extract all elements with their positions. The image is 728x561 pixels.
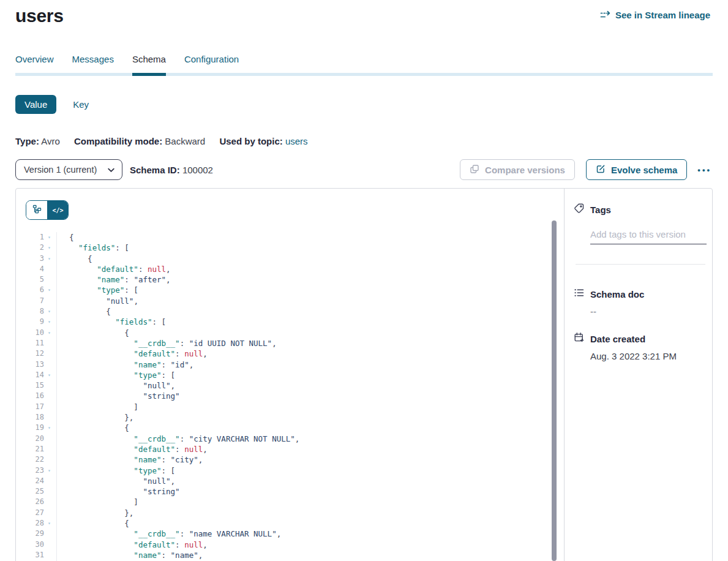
value-toggle-button[interactable]: Value <box>15 95 56 114</box>
code-text: "type": [ <box>56 285 138 295</box>
code-text: { <box>56 232 74 243</box>
code-text: "fields": [ <box>56 243 129 253</box>
stream-lineage-label: See in Stream lineage <box>615 10 710 20</box>
line-number: 4 <box>26 264 44 274</box>
fold-spacer <box>44 497 54 507</box>
fold-spacer <box>44 296 54 306</box>
code-line: 28▾ { <box>26 518 564 529</box>
code-text: "__crdb__": "name VARCHAR NULL", <box>56 529 281 539</box>
schema-id-value: 100002 <box>182 165 213 175</box>
code-line: 10▾ { <box>26 328 564 338</box>
fold-toggle-icon[interactable]: ▾ <box>44 328 54 338</box>
code-line: 27 }, <box>26 508 564 518</box>
fold-toggle-icon[interactable]: ▾ <box>44 285 54 295</box>
fold-spacer <box>44 360 54 370</box>
fold-toggle-icon[interactable]: ▾ <box>44 423 54 433</box>
schema-sidebar: Tags Schema doc -- <box>564 189 716 561</box>
fold-toggle-icon[interactable]: ▾ <box>44 465 54 476</box>
list-icon <box>574 287 585 301</box>
fold-toggle-icon[interactable]: ▾ <box>44 254 54 264</box>
tab-messages[interactable]: Messages <box>72 54 114 64</box>
code-scrollbar-thumb[interactable] <box>552 220 557 561</box>
fold-spacer <box>44 486 54 497</box>
fold-spacer <box>44 412 54 423</box>
meta-type-value: Avro <box>41 136 60 146</box>
tree-view-button[interactable] <box>26 201 47 219</box>
line-number: 3 <box>26 254 44 264</box>
meta-compat-value: Backward <box>165 136 205 146</box>
line-number: 12 <box>26 348 44 359</box>
code-text: "default": null, <box>56 264 171 274</box>
line-number: 17 <box>26 402 44 412</box>
code-text: ] <box>56 497 138 507</box>
code-lines[interactable]: 1▾{2▾ "fields": [3▾ {4 "default": null,5… <box>26 232 564 561</box>
code-line: 30 "default": null, <box>26 540 564 550</box>
code-line: 24 "null", <box>26 476 564 486</box>
line-number: 5 <box>26 274 44 285</box>
code-line: 19▾ { <box>26 423 564 433</box>
line-number: 26 <box>26 497 44 507</box>
schema-doc-heading: Schema doc <box>590 289 644 299</box>
tab-underline-track <box>15 73 713 76</box>
key-toggle-link[interactable]: Key <box>73 99 89 110</box>
used-by-topic-link[interactable]: users <box>285 136 308 146</box>
compare-versions-label: Compare versions <box>485 165 565 175</box>
meta-type: Type: Avro <box>15 136 60 146</box>
code-line: 21 "default": null, <box>26 444 564 454</box>
tags-section: Tags <box>574 203 707 244</box>
evolve-schema-label: Evolve schema <box>611 165 677 175</box>
tab-overview[interactable]: Overview <box>15 54 54 64</box>
schema-id: Schema ID: 100002 <box>130 165 213 175</box>
add-tags-input[interactable] <box>590 229 707 244</box>
stream-lineage-link[interactable]: See in Stream lineage <box>600 10 710 20</box>
tab-schema[interactable]: Schema <box>132 54 166 64</box>
code-text: "fields": [ <box>56 317 166 327</box>
version-select[interactable]: Version 1 (current) <box>15 159 122 180</box>
schema-doc-section: Schema doc -- <box>574 287 707 317</box>
code-line: 18 }, <box>26 412 564 423</box>
fold-toggle-icon[interactable]: ▾ <box>44 243 54 253</box>
schema-code-column: </> 1▾{2▾ "fields": [3▾ {4 "default": nu… <box>16 189 564 561</box>
code-line: 9▾ "fields": [ <box>26 317 564 327</box>
tab-configuration[interactable]: Configuration <box>184 54 239 64</box>
fold-toggle-icon[interactable]: ▾ <box>44 232 54 243</box>
fold-spacer <box>44 274 54 285</box>
code-text: "string" <box>56 486 180 497</box>
code-text: }, <box>56 412 133 423</box>
line-number: 2 <box>26 243 44 253</box>
fold-toggle-icon[interactable]: ▾ <box>44 306 54 317</box>
line-number: 11 <box>26 338 44 348</box>
code-line: 23▾ "type": [ <box>26 465 564 476</box>
line-number: 18 <box>26 412 44 423</box>
code-line: 3▾ { <box>26 254 564 264</box>
code-line: 29 "__crdb__": "name VARCHAR NULL", <box>26 529 564 539</box>
code-line: 8▾ { <box>26 306 564 317</box>
calendar-plus-icon <box>574 332 585 345</box>
code-text: "name": "after", <box>56 274 171 285</box>
line-number: 7 <box>26 296 44 306</box>
compare-versions-button[interactable]: Compare versions <box>460 159 575 180</box>
code-view-button[interactable]: </> <box>47 201 68 219</box>
tag-icon <box>574 203 585 216</box>
sidebar-divider <box>576 264 705 265</box>
tree-view-icon <box>32 205 42 216</box>
fold-toggle-icon[interactable]: ▾ <box>44 370 54 380</box>
code-line: 15 "null", <box>26 380 564 391</box>
line-number: 23 <box>26 465 44 476</box>
code-line: 26 ] <box>26 497 564 507</box>
code-line: 25 "string" <box>26 486 564 497</box>
code-text: "null", <box>56 476 175 486</box>
line-number: 27 <box>26 508 44 518</box>
meta-type-label: Type: <box>15 136 39 146</box>
fold-toggle-icon[interactable]: ▾ <box>44 518 54 529</box>
fold-toggle-icon[interactable]: ▾ <box>44 317 54 327</box>
schema-page: users See in Stream lineage Overview Mes… <box>0 0 728 561</box>
fold-spacer <box>44 264 54 274</box>
meta-topic-label: Used by topic: <box>219 136 282 146</box>
more-actions-button[interactable]: ••• <box>696 163 713 177</box>
code-line: 14▾ "type": [ <box>26 370 564 380</box>
fold-spacer <box>44 391 54 401</box>
code-text: }, <box>56 508 133 518</box>
evolve-schema-button[interactable]: Evolve schema <box>586 159 687 180</box>
meta-compat: Compatibility mode: Backward <box>74 136 205 146</box>
